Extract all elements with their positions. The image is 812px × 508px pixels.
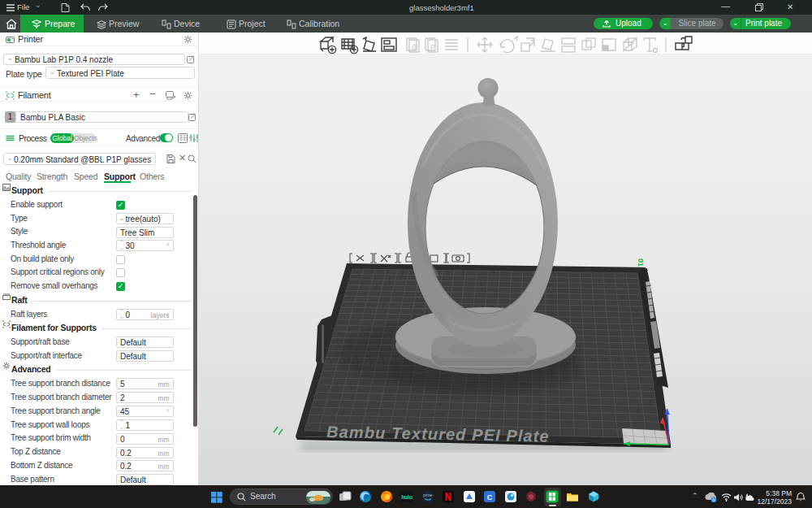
svg-text:prime: prime xyxy=(423,493,433,497)
svg-text:C: C xyxy=(487,493,493,501)
svg-text:P: P xyxy=(430,43,435,51)
svg-text:0: 0 xyxy=(412,43,416,51)
svg-text:01: 01 xyxy=(637,258,645,267)
svg-text:hulu: hulu xyxy=(401,494,412,500)
